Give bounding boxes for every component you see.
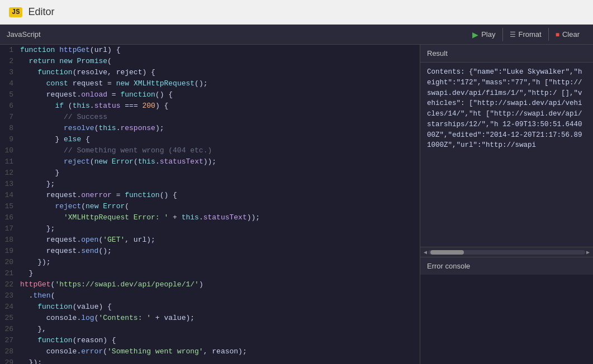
result-scrollbar-area[interactable]: ◀ ▶	[420, 247, 593, 257]
line-number: 12	[0, 167, 20, 179]
result-header: Result	[420, 45, 593, 63]
line-code: function(resolve, reject) {	[20, 67, 155, 78]
line-code: return new Promise(	[20, 56, 112, 67]
code-line: 24 function(value) {	[0, 301, 420, 313]
code-line: 28 console.error('Something went wrong',…	[0, 346, 420, 357]
editor-pane[interactable]: 1function httpGet(url) {2 return new Pro…	[0, 45, 420, 364]
code-line: 16 'XMLHttpRequest Error: ' + this.statu…	[0, 212, 420, 223]
line-code: request.open('GET', url);	[20, 234, 155, 246]
format-icon: ☰	[510, 31, 516, 39]
line-code: const request = new XMLHttpRequest();	[20, 78, 208, 89]
code-line: 29 });	[0, 357, 420, 364]
code-line: 21 }	[0, 268, 420, 279]
line-number: 15	[0, 201, 20, 212]
main-area: 1function httpGet(url) {2 return new Pro…	[0, 45, 593, 364]
code-line: 1function httpGet(url) {	[0, 45, 420, 56]
line-code: function httpGet(url) {	[20, 45, 120, 56]
play-icon: ▶	[472, 30, 478, 39]
toolbar-language: JavaScript	[7, 30, 466, 39]
line-code: reject(new Error(	[20, 201, 129, 212]
line-number: 9	[0, 134, 20, 145]
line-number: 7	[0, 112, 20, 123]
line-code: });	[20, 257, 51, 268]
scroll-right-button[interactable]: ▶	[585, 249, 591, 256]
line-number: 8	[0, 123, 20, 134]
right-panel: Result Contents: {"name":"Luke Skywalker…	[420, 45, 593, 364]
code-line: 22httpGet('https://swapi.dev/api/people/…	[0, 279, 420, 290]
line-number: 18	[0, 234, 20, 246]
code-line: 11 reject(new Error(this.statusText));	[0, 156, 420, 167]
code-line: 23 .then(	[0, 290, 420, 301]
code-line: 8 resolve(this.response);	[0, 123, 420, 134]
line-number: 6	[0, 100, 20, 112]
code-line: 6 if (this.status === 200) {	[0, 100, 420, 112]
line-number: 16	[0, 212, 20, 223]
line-code: };	[20, 179, 55, 190]
code-line: 2 return new Promise(	[0, 56, 420, 67]
line-number: 23	[0, 290, 20, 301]
error-console-body	[420, 275, 593, 364]
error-console-header: Error console	[420, 257, 593, 275]
line-code: console.error('Something went wrong', re…	[20, 346, 247, 357]
line-code: },	[20, 324, 46, 335]
scrollbar-thumb[interactable]	[430, 250, 464, 255]
line-code: // Success	[20, 112, 107, 123]
code-line: 20 });	[0, 257, 420, 268]
line-number: 4	[0, 78, 20, 89]
line-number: 20	[0, 257, 20, 268]
toolbar: JavaScript ▶ Play ☰ Fromat ■ Clear	[0, 25, 593, 45]
line-number: 2	[0, 56, 20, 67]
line-code: request.onload = function() {	[20, 89, 173, 100]
line-number: 21	[0, 268, 20, 279]
line-code: resolve(this.response);	[20, 123, 164, 134]
line-number: 26	[0, 324, 20, 335]
line-number: 17	[0, 223, 20, 234]
result-content: Contents: {"name":"Luke Skywalker","heig…	[420, 63, 593, 247]
code-area[interactable]: 1function httpGet(url) {2 return new Pro…	[0, 45, 420, 364]
line-number: 25	[0, 313, 20, 324]
line-number: 3	[0, 67, 20, 78]
line-number: 10	[0, 145, 20, 156]
title-bar: JS Editor	[0, 0, 593, 25]
code-line: 12 }	[0, 167, 420, 179]
line-code: reject(new Error(this.statusText));	[20, 156, 216, 167]
line-code: };	[20, 223, 55, 234]
code-line: 26 },	[0, 324, 420, 335]
code-line: 17 };	[0, 223, 420, 234]
app-title: Editor	[28, 6, 54, 18]
line-number: 29	[0, 357, 20, 364]
line-number: 5	[0, 89, 20, 100]
line-code: request.onerror = function() {	[20, 190, 177, 201]
code-line: 5 request.onload = function() {	[0, 89, 420, 100]
line-code: .then(	[20, 290, 55, 301]
code-line: 10 // Something went wrong (404 etc.)	[0, 145, 420, 156]
code-line: 18 request.open('GET', url);	[0, 234, 420, 246]
js-badge: JS	[9, 7, 22, 17]
play-button[interactable]: ▶ Play	[466, 28, 502, 41]
code-line: 25 console.log('Contents: ' + value);	[0, 313, 420, 324]
line-number: 14	[0, 190, 20, 201]
line-number: 1	[0, 45, 20, 56]
format-button[interactable]: ☰ Fromat	[503, 28, 549, 41]
code-line: 19 request.send();	[0, 246, 420, 257]
line-code: }	[20, 268, 33, 279]
line-number: 22	[0, 279, 20, 290]
code-line: 14 request.onerror = function() {	[0, 190, 420, 201]
code-line: 27 function(reason) {	[0, 335, 420, 346]
line-number: 28	[0, 346, 20, 357]
line-number: 24	[0, 301, 20, 313]
line-code: function(reason) {	[20, 335, 116, 346]
code-line: 13 };	[0, 179, 420, 190]
code-line: 7 // Success	[0, 112, 420, 123]
scroll-left-button[interactable]: ◀	[423, 249, 428, 256]
clear-button[interactable]: ■ Clear	[549, 28, 586, 41]
code-line: 3 function(resolve, reject) {	[0, 67, 420, 78]
line-code: // Something went wrong (404 etc.)	[20, 145, 212, 156]
line-number: 13	[0, 179, 20, 190]
horizontal-scrollbar[interactable]	[428, 250, 585, 255]
line-code: httpGet('https://swapi.dev/api/people/1/…	[20, 279, 203, 290]
line-code: function(value) {	[20, 301, 112, 313]
line-number: 27	[0, 335, 20, 346]
code-line: 15 reject(new Error(	[0, 201, 420, 212]
play-label: Play	[481, 30, 495, 39]
